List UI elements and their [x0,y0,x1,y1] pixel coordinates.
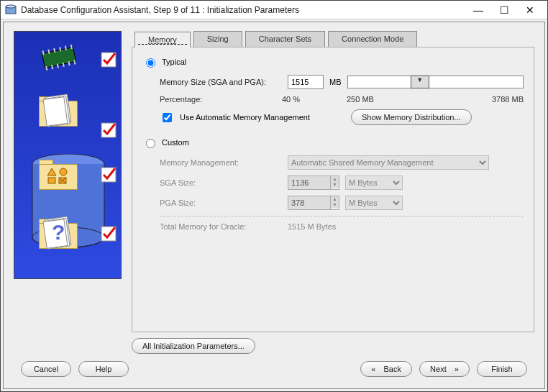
window-title: Database Configuration Assistant, Step 9… [21,5,465,15]
svg-point-21 [60,168,67,176]
chip-icon [35,40,83,75]
minimize-button[interactable]: — [465,1,491,19]
check-icon [101,167,117,183]
next-button[interactable]: Next » [419,361,470,377]
total-memory-label: Total Memory for Oracle: [160,222,282,231]
custom-section: Memory Management: Automatic Shared Memo… [160,155,524,231]
right-panel: Memory Sizing Character Sets Connection … [132,31,534,354]
custom-label: Custom [162,138,189,147]
pga-size-row: PGA Size: ▲▼ M Bytes [160,196,524,210]
svg-marker-20 [47,168,56,176]
svg-line-12 [63,63,64,67]
svg-line-9 [46,66,47,70]
svg-line-14 [74,60,75,65]
svg-line-4 [48,50,49,54]
back-arrow-icon: « [371,365,375,373]
tab-sizing[interactable]: Sizing [193,31,242,47]
folder-icon [39,96,79,128]
svg-line-11 [58,64,58,68]
typical-radio-row: Typical [142,56,524,68]
custom-radio[interactable] [146,139,155,148]
svg-line-3 [43,50,44,55]
memory-slider[interactable] [347,76,524,88]
memory-tab-panel: Typical Memory Size (SGA and PGA): MB [132,47,534,332]
app-icon [5,4,17,16]
slider-max-label: 3788 MB [404,95,524,104]
maximize-button[interactable]: ☐ [491,1,517,19]
svg-point-1 [6,5,16,8]
slider-thumb[interactable] [411,76,429,88]
back-button[interactable]: « Back [360,361,412,377]
folder-icon: ? [39,219,79,250]
memory-slider-wrap [347,76,524,88]
tab-connection-mode[interactable]: Connection Mode [328,31,417,47]
pga-size-input [288,196,331,210]
auto-memory-row: Use Automatic Memory Management Show Mem… [160,109,524,125]
tab-character-sets[interactable]: Character Sets [245,31,325,47]
sga-size-input [288,176,331,190]
shapes-icon [47,167,69,184]
typical-radio[interactable] [146,58,155,68]
next-arrow-icon: » [455,365,459,373]
total-memory-row: Total Memory for Oracle: 1515 M Bytes [160,216,524,231]
svg-rect-22 [48,178,55,183]
pga-unit-select: M Bytes [345,196,403,210]
content-body: ? Memory Sizing Character Sets Connectio… [3,22,545,389]
memory-unit-label: MB [329,78,342,86]
window-controls: — ☐ ✕ [465,1,543,19]
typical-label: Typical [162,58,186,66]
memory-management-label: Memory Management: [160,158,282,167]
sga-size-label: SGA Size: [160,178,282,187]
check-icon [101,122,117,138]
total-memory-value: 1515 M Bytes [288,222,336,231]
wizard-footer: Cancel Help « Back Next » Finish [14,357,534,381]
sga-unit-select: M Bytes [345,176,403,190]
close-button[interactable]: ✕ [517,1,543,19]
help-button[interactable]: Help [78,361,129,377]
titlebar: Database Configuration Assistant, Step 9… [1,1,547,19]
percentage-row: Percentage: 40 % 250 MB 3788 MB [160,95,524,104]
percentage-label: Percentage: [160,95,282,104]
all-init-params-button[interactable]: All Initialization Parameters... [132,338,255,354]
percentage-value: 40 % [282,95,347,104]
typical-section: Memory Size (SGA and PGA): MB Percentage… [160,75,524,125]
svg-line-10 [52,65,52,69]
top-area: ? Memory Sizing Character Sets Connectio… [14,31,534,354]
folder-icon [39,160,79,191]
custom-radio-row: Custom [142,137,524,148]
check-icon [101,52,117,68]
sga-size-spinner: ▲▼ [288,176,339,190]
cancel-button[interactable]: Cancel [21,361,71,377]
dbca-window: Database Configuration Assistant, Step 9… [0,0,548,392]
svg-line-7 [65,46,66,50]
show-memory-distribution-button[interactable]: Show Memory Distribution... [351,109,472,125]
memory-size-row: Memory Size (SGA and PGA): MB [160,75,524,89]
pga-size-spinner: ▲▼ [288,196,339,210]
pga-size-label: PGA Size: [160,199,282,207]
memory-size-input[interactable] [288,75,324,89]
svg-line-5 [54,48,55,53]
wizard-graphic: ? [14,31,122,279]
svg-rect-2 [42,47,76,68]
memory-management-select: Automatic Shared Memory Management [288,155,489,170]
slider-min-label: 250 MB [347,95,404,104]
use-auto-memory-label: Use Automatic Memory Management [180,113,345,122]
svg-line-13 [68,61,69,65]
bottom-area: All Initialization Parameters... [132,338,534,354]
tab-memory[interactable]: Memory [134,32,191,47]
memory-management-row: Memory Management: Automatic Shared Memo… [160,155,524,170]
svg-line-8 [71,45,72,49]
use-auto-memory-checkbox[interactable] [163,113,172,122]
tab-bar: Memory Sizing Character Sets Connection … [134,31,534,47]
svg-line-6 [60,47,60,51]
memory-size-label: Memory Size (SGA and PGA): [160,78,282,86]
check-icon [101,226,117,242]
finish-button[interactable]: Finish [477,361,527,377]
sga-size-row: SGA Size: ▲▼ M Bytes [160,176,524,190]
